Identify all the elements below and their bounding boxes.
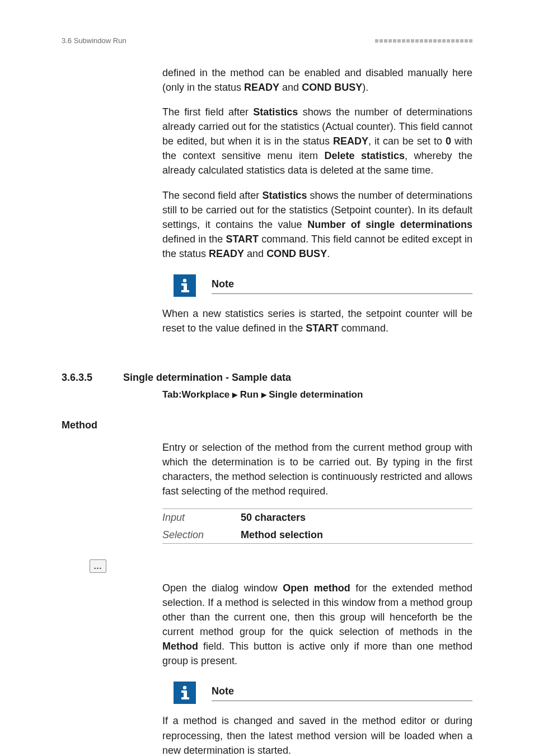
triangle-icon: ▶ [261,391,266,399]
header-ornament [375,39,472,43]
text: field. This button is active only if mor… [162,641,472,666]
note-heading: Note [212,277,472,294]
svg-rect-2 [184,283,187,291]
note-body: When a new statistics series is started,… [162,306,472,335]
paragraph: The first field after Statistics shows t… [162,105,472,178]
running-header: 3.6 Subwindow Run [62,36,472,46]
table-cell-value: Method selection [241,528,323,542]
text-bold: Run [237,389,261,400]
note-body: If a method is changed and saved in the … [162,713,472,756]
table-cell-label: Selection [162,528,241,542]
text-bold: Statistics [262,190,307,201]
svg-rect-6 [184,690,187,698]
note-heading: Note [212,684,472,701]
table-cell-value: 50 characters [241,510,306,525]
paragraph: Open the dialog window Open method for t… [162,581,472,669]
text: and [279,82,302,93]
table-cell-label: Input [162,510,241,525]
text: , it can be set to [368,136,446,147]
text-bold: START [226,234,259,245]
info-icon [174,682,196,704]
svg-rect-7 [181,697,189,699]
table-row: Input 50 characters [162,509,472,526]
param-table: Input 50 characters Selection Method sel… [162,508,472,543]
text-bold: 0 [446,136,451,147]
text-bold: Delete statistics [324,150,405,161]
text-bold: Tab:Workplace [162,389,232,400]
triangle-icon: ▶ [232,391,237,399]
text-bold: COND BUSY [302,82,362,93]
section-heading: 3.6.3.5 Single determination - Sample da… [62,370,472,385]
text-bold: Statistics [253,106,298,118]
text-bold: READY [209,248,244,259]
svg-rect-3 [181,290,189,292]
paragraph: The second field after Statistics shows … [162,188,472,261]
text: defined in the [162,234,226,245]
text: . [327,248,330,259]
text-bold: Open method [283,582,350,594]
page: 3.6 Subwindow Run defined in the method … [0,0,534,756]
header-section-label: 3.6 Subwindow Run [62,36,127,46]
svg-point-4 [183,686,186,689]
note-box: Note If a method is changed and saved in… [162,678,472,756]
section-title: Single determination - Sample data [123,370,291,385]
text-bold: Number of single determinations [307,219,472,230]
breadcrumb: Tab:Workplace ▶ Run ▶ Single determinati… [162,388,472,402]
text: The first field after [162,106,253,118]
text: The second field after [162,190,262,201]
ellipsis-button[interactable]: ... [90,559,106,573]
text-bold: READY [244,82,279,93]
text: and [244,248,266,259]
text: Open the dialog window [162,582,283,594]
svg-point-0 [183,279,186,282]
paragraph: Entry or selection of the method from th… [162,440,472,498]
text-bold: START [306,323,339,334]
text-bold: Single determination [266,389,363,400]
text: command. [339,323,388,334]
table-row: Selection Method selection [162,526,472,543]
text-bold: READY [333,136,368,147]
paragraph: defined in the method can be enabled and… [162,66,472,95]
info-icon [174,274,196,297]
section-number: 3.6.3.5 [62,370,123,385]
note-box: Note When a new statistics series is sta… [162,271,472,353]
text: ). [362,82,368,93]
text-bold: COND BUSY [266,248,327,259]
field-label-method: Method [62,418,472,432]
text-bold: Method [162,641,198,652]
